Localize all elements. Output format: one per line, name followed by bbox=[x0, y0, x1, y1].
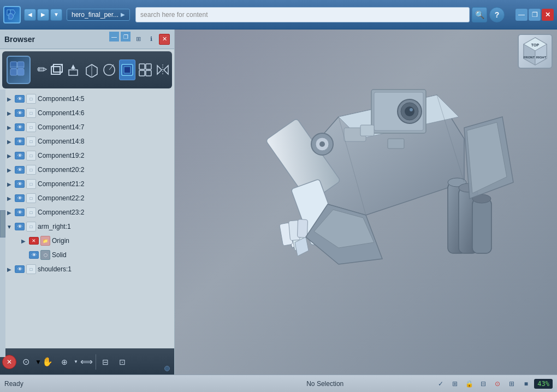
status-box-icon[interactable]: ■ bbox=[520, 378, 532, 390]
tree-item-component14-7[interactable]: ▶ 👁 □ Component14:7 bbox=[0, 120, 174, 134]
expand-arrow[interactable]: ▶ bbox=[5, 209, 13, 216]
tree-item-component22-2[interactable]: ▶ 👁 □ Component22:2 bbox=[0, 191, 174, 205]
status-view-icon[interactable]: ⊟ bbox=[477, 378, 489, 390]
zoom-level: 43% bbox=[534, 379, 553, 389]
browser-close-button[interactable]: ✕ bbox=[159, 34, 170, 45]
expand-arrow[interactable]: ▶ bbox=[5, 265, 13, 273]
down-button[interactable]: ▼ bbox=[50, 9, 62, 21]
visibility-icon[interactable]: 👁 bbox=[15, 138, 25, 145]
browser-grid-icon[interactable]: ⊞ bbox=[133, 34, 144, 45]
visibility-icon[interactable]: 👁 bbox=[15, 123, 25, 131]
tree-item-component21-2[interactable]: ▶ 👁 □ Component21:2 bbox=[0, 177, 174, 191]
tree-label: Component14:8 bbox=[38, 138, 84, 145]
back-button[interactable]: ◀ bbox=[24, 9, 36, 21]
zoom-fit-button[interactable]: ⟺ bbox=[79, 354, 94, 370]
status-lock-icon[interactable]: 🔒 bbox=[463, 378, 475, 390]
3d-model-view bbox=[175, 29, 557, 375]
expand-arrow[interactable]: ▶ bbox=[5, 123, 13, 131]
file-name-text: hero_final_per... bbox=[72, 11, 118, 19]
status-grid-icon[interactable]: ⊞ bbox=[449, 378, 461, 390]
tree-item-component23-2[interactable]: ▶ 👁 □ Component23:2 bbox=[0, 205, 174, 219]
expand-arrow[interactable]: ▶ bbox=[20, 237, 27, 245]
status-bar: Ready No Selection ✓ ⊞ 🔒 ⊟ ⊙ ⊞ ■ 43% bbox=[0, 375, 557, 392]
browser-info-icon[interactable]: ℹ bbox=[146, 34, 157, 45]
svg-marker-12 bbox=[71, 64, 75, 69]
visibility-icon[interactable]: 👁 bbox=[15, 194, 25, 202]
visibility-icon[interactable]: 👁 bbox=[15, 265, 25, 273]
svg-rect-11 bbox=[69, 70, 78, 75]
view-perspective-button[interactable]: ⊡ bbox=[115, 354, 130, 370]
svg-marker-23 bbox=[157, 66, 162, 74]
extrude-tool-button[interactable] bbox=[84, 60, 99, 80]
tree-label: arm_right:1 bbox=[38, 223, 71, 230]
minimize-button[interactable]: — bbox=[515, 9, 528, 21]
browser-min-button[interactable]: — bbox=[109, 32, 119, 41]
svg-rect-18 bbox=[124, 67, 131, 73]
expand-arrow[interactable]: ▶ bbox=[5, 109, 13, 117]
tree-item-shoulders[interactable]: ▶ 👁 □ shoulders:1 bbox=[0, 262, 174, 276]
expand-arrow[interactable]: ▶ bbox=[5, 95, 13, 103]
zoom-plus-button[interactable]: ⊕ bbox=[57, 354, 72, 370]
left-scrollbar[interactable] bbox=[0, 90, 5, 357]
svg-rect-22 bbox=[146, 70, 151, 76]
expand-arrow[interactable]: ▶ bbox=[5, 152, 13, 159]
selection-status: No Selection bbox=[220, 380, 430, 388]
search-bar[interactable]: search here for content bbox=[135, 7, 470, 22]
tree-item-origin[interactable]: ▶ ✕ 📁 Origin bbox=[0, 234, 174, 248]
close-button[interactable]: ✕ bbox=[542, 9, 554, 21]
visibility-icon[interactable]: 👁 bbox=[29, 251, 39, 259]
tree-item-arm-right[interactable]: ▼ 👁 □ arm_right:1 bbox=[0, 219, 174, 234]
svg-line-16 bbox=[109, 64, 114, 70]
title-bar: ◀ ▶ ▼ hero_final_per... ▶ search here fo… bbox=[0, 0, 557, 29]
file-name[interactable]: hero_final_per... ▶ bbox=[67, 9, 130, 21]
tree-item-component19-2[interactable]: ▶ 👁 □ Component19:2 bbox=[0, 149, 174, 163]
viewport-3d-area[interactable]: TOP FRONT RIGHT bbox=[175, 29, 557, 375]
viewport-bottom-toolbar: ✕ ⊙ ▼ ✋ ⊕ ▼ ⟺ ⊟ ⊡ bbox=[0, 348, 174, 375]
visibility-icon[interactable]: 👁 bbox=[15, 109, 25, 117]
expand-arrow[interactable]: ▶ bbox=[5, 180, 13, 188]
expand-arrow[interactable]: ▶ bbox=[5, 194, 13, 202]
forward-button[interactable]: ▶ bbox=[37, 9, 49, 21]
visibility-icon[interactable]: 👁 bbox=[15, 209, 25, 216]
expand-arrow[interactable]: ▶ bbox=[5, 138, 13, 145]
visibility-icon-disabled[interactable]: ✕ bbox=[29, 237, 39, 245]
tree-item-solid[interactable]: 👁 ⬡ Solid bbox=[0, 248, 174, 262]
visibility-icon[interactable]: 👁 bbox=[15, 223, 25, 230]
tree-item-component14-5[interactable]: ▶ 👁 □ Component14:5 bbox=[0, 92, 174, 106]
visibility-icon[interactable]: 👁 bbox=[15, 166, 25, 174]
mirror-tool-button[interactable] bbox=[155, 60, 170, 80]
svg-rect-6 bbox=[51, 67, 60, 74]
orbit-button[interactable]: ⊙ bbox=[18, 354, 33, 370]
svg-rect-64 bbox=[388, 139, 404, 149]
sketch-tool-button[interactable]: ✏ bbox=[37, 60, 47, 80]
tree-item-component14-8[interactable]: ▶ 👁 □ Component14:8 bbox=[0, 134, 174, 149]
maximize-button[interactable]: ❐ bbox=[529, 9, 541, 21]
tree-item-component14-6[interactable]: ▶ 👁 □ Component14:6 bbox=[0, 106, 174, 120]
pattern-grid-button[interactable] bbox=[138, 60, 153, 80]
left-scrollbar-thumb[interactable] bbox=[0, 210, 5, 237]
svg-point-45 bbox=[319, 141, 325, 147]
visibility-icon[interactable]: 👁 bbox=[15, 152, 25, 159]
shell-tool-button[interactable] bbox=[102, 60, 117, 80]
status-circle-icon[interactable]: ⊙ bbox=[491, 378, 503, 390]
visibility-icon[interactable]: 👁 bbox=[15, 95, 25, 103]
pushpull-tool-button[interactable] bbox=[67, 60, 82, 80]
model-tool-button[interactable] bbox=[49, 60, 64, 80]
view-front-button[interactable]: ⊟ bbox=[98, 354, 113, 370]
svg-point-50 bbox=[405, 106, 414, 116]
browser-restore-button[interactable]: ❐ bbox=[121, 32, 131, 41]
collapse-arrow[interactable]: ▼ bbox=[5, 223, 13, 230]
pan-button[interactable]: ✋ bbox=[40, 354, 55, 370]
help-button[interactable]: ? bbox=[489, 7, 505, 22]
status-check-icon[interactable]: ✓ bbox=[435, 378, 447, 390]
expand-arrow[interactable]: ▶ bbox=[5, 166, 13, 174]
svg-point-51 bbox=[410, 108, 413, 111]
status-pattern-icon[interactable]: ⊞ bbox=[506, 378, 518, 390]
svg-rect-21 bbox=[139, 70, 145, 76]
visibility-icon[interactable]: 👁 bbox=[15, 180, 25, 188]
svg-rect-20 bbox=[146, 64, 151, 69]
search-button[interactable]: 🔍 bbox=[472, 7, 487, 22]
pattern-single-button[interactable] bbox=[119, 60, 135, 80]
svg-rect-1 bbox=[17, 62, 24, 68]
tree-item-component20-2[interactable]: ▶ 👁 □ Component20:2 bbox=[0, 163, 174, 177]
